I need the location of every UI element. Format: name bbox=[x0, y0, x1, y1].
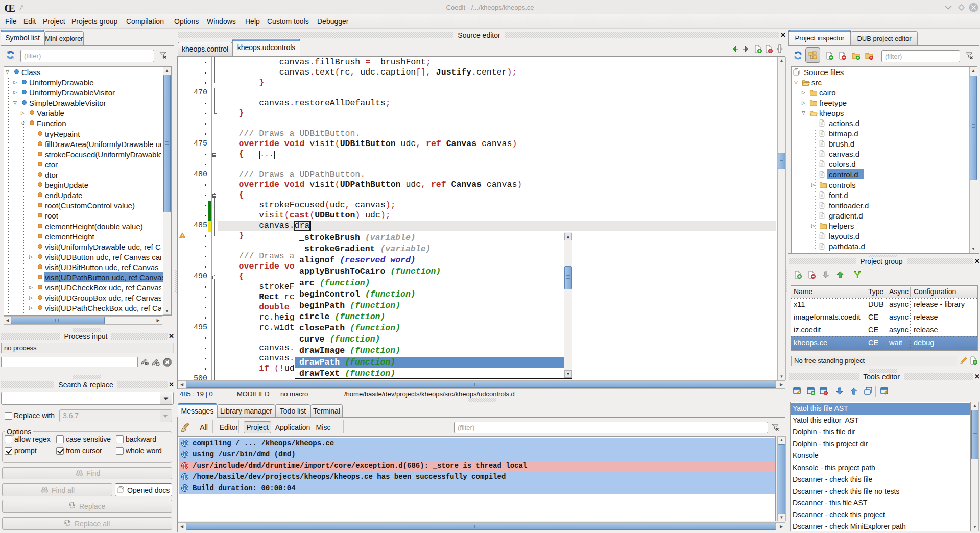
svg-text:b: b bbox=[73, 502, 75, 507]
svg-text:a: a bbox=[69, 503, 71, 507]
svg-text:a: a bbox=[64, 520, 67, 525]
svg-text:b: b bbox=[68, 520, 70, 524]
